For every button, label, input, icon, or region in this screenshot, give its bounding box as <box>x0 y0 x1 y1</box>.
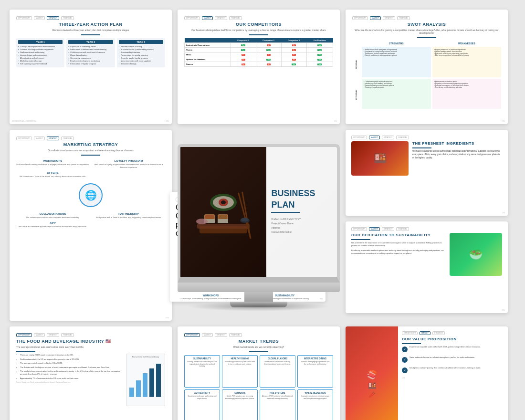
monitor-screen: BUSINESS PLAN Drafted on DD / MM / YYYY … <box>178 144 340 283</box>
bar-chart-svg <box>128 359 164 397</box>
app-title: APP <box>16 221 89 224</box>
trend-healthy-title: HEALTHY DINING <box>224 357 255 360</box>
trend-sustainability: SUSTAINABILITY Growing demand for sustai… <box>184 355 220 388</box>
freshest-title: THE FRESHEST INGREDIENTS <box>412 141 502 146</box>
page-number: 3/14 <box>166 120 169 122</box>
value-prop-text-area: OPPORTUNITY MARKET STRATEGY OUR VALUE PR… <box>398 326 508 420</box>
competitors-subtitle: Our business distinguishes itself from c… <box>184 29 333 32</box>
comp-opp-tag: OPPORTUNITY <box>184 16 200 20</box>
swot-market-tag: MARKET <box>370 16 381 20</box>
swot-headers: STRENGTHS WEAKNESSES <box>362 41 501 46</box>
monitor-shadow <box>187 302 330 311</box>
loyalty-item: LOYALTY PROGRAM We'll launch a loyalty p… <box>92 159 165 168</box>
workshops-desc: Skill-based sushi-making workshops to en… <box>16 163 89 166</box>
app-item: APP We'll have an interactive app that h… <box>16 221 89 228</box>
svg-rect-7 <box>218 219 228 223</box>
market-trends-slide: OPPORTUNITY MARKET STRATEGY FINANCIAL MA… <box>178 326 340 420</box>
badge-no: No <box>292 54 296 56</box>
year-2-item-4: Menu diversification <box>68 54 113 56</box>
trend-pay-title: PAYMENTS <box>224 392 255 394</box>
year-1-item-3: Staff recruitment and training <box>18 51 63 53</box>
trend-global: GLOBAL FLAVORS Global flavors drive menu… <box>260 355 295 388</box>
mkt-blue-divider <box>81 155 100 156</box>
trend-int-title: INTERACTIVE DINING <box>300 357 331 360</box>
vp-tags: OPPORTUNITY MARKET STRATEGY <box>402 331 504 335</box>
year-1-item-6: Marketing material design <box>18 60 63 62</box>
sus-market-tag: MARKET <box>369 227 380 231</box>
collab-title: COLLABORATIONS <box>16 212 89 215</box>
swot-title: SWOT ANALYSIS <box>352 22 501 27</box>
workshops-item: WORKSHOPS Skill-based sushi-making works… <box>16 159 89 168</box>
financial-tag: FINANCIAL <box>61 16 74 20</box>
year-3-item-3: Sustainability initiatives <box>119 51 163 53</box>
table-row: Variety Yes Yes No Yes <box>185 48 333 52</box>
bp-address: Address <box>271 226 332 229</box>
table-row: Last-minute Reservations Yes No No Yes <box>185 43 333 48</box>
badge-no: No <box>267 63 271 65</box>
vp-item-3: ✓ Indulge in a culinary journey that com… <box>402 367 504 373</box>
weaknesses-cell: • Higher prices due to premium ingredien… <box>432 47 502 77</box>
globe-icon: 🌐 <box>79 183 103 207</box>
page-number: 3/14 <box>502 309 505 311</box>
fb-bullets: There are nearly 20,005 sushi restaurant… <box>16 354 122 379</box>
trends-cells-grid: SUSTAINABILITY Growing demand for sustai… <box>184 355 333 420</box>
fb-tags: OPPORTUNITY MARKET STRATEGY FINANCIAL <box>16 333 165 337</box>
swot-blue-divider <box>417 37 436 38</box>
fresh-text: THE FRESHEST INGREDIENTS We have establi… <box>412 141 502 176</box>
partnership-item: PARTNERSHIP We'll partner with a 'Taste … <box>92 212 165 219</box>
th-us: Our Business <box>306 38 333 43</box>
swot-opp-tag: OPPORTUNITY <box>352 16 368 20</box>
fresh-market-tag: MARKET <box>369 136 380 139</box>
partnership-title: PARTNERSHIP <box>92 212 165 215</box>
fb-strat-tag: STRATEGY <box>47 333 60 337</box>
fb-bullet-3: The average cost of a sushi roll in the … <box>16 362 122 365</box>
badge-yes: Yes <box>317 54 322 56</box>
th-feature <box>185 38 231 43</box>
badge-yes: Yes <box>241 49 245 51</box>
years-grid: YEAR 1 Concept development and menu crea… <box>16 38 165 67</box>
year-1-item-2: Location scouting and lease negotiation <box>18 48 63 51</box>
sus-fin-tag: FINANCIAL <box>396 227 409 231</box>
vp-item-2: ✓ Savor authentic flavors in a vibrant a… <box>402 356 504 363</box>
swot-tags: OPPORTUNITY MARKET STRATEGY FINANCIAL <box>352 16 501 20</box>
trends-divider <box>249 351 268 352</box>
vp-market-tag: MARKET <box>420 331 430 335</box>
sus-strat-tag: STRATEGY <box>382 227 395 231</box>
svg-point-14 <box>196 219 208 224</box>
blue-divider <box>81 34 100 35</box>
trends-strat-tag: STRATEGY <box>215 333 228 337</box>
loyalty-title: LOYALTY PROGRAM <box>92 159 165 162</box>
vp-divider <box>402 343 421 344</box>
bp-screen-content: BUSINESS PLAN Drafted on DD / MM / YYYY … <box>180 147 337 277</box>
comp-market-tag: MARKET <box>202 16 213 20</box>
sustain-body1: We understand the importance of responsi… <box>351 242 446 247</box>
strengths-header: STRENGTHS <box>362 41 431 46</box>
circle-diagram: 🌐 <box>16 181 165 210</box>
mkt-opp-tag: OPPORTUNITY <box>16 136 32 140</box>
fresh-tags: OPPORTUNITY MARKET STRATEGY FINANCIAL <box>351 136 502 139</box>
chart-label: Revenue for the Sushi Restaurant Industr… <box>128 356 163 358</box>
main-grid: OPPORTUNITY MARKET STRATEGY FINANCIAL TH… <box>0 0 525 420</box>
feature-reservations: Last-minute Reservations <box>185 43 231 48</box>
swot-corner <box>352 41 360 49</box>
svg-point-11 <box>221 200 226 204</box>
year-3-item-6: Menu innovation with local suppliers <box>119 60 163 62</box>
year-2-label: YEAR 2 <box>68 40 113 44</box>
year-1-label: YEAR 1 <box>18 40 63 44</box>
sushi-roll-image: 🍱 <box>351 141 409 176</box>
fb-bullet-1: There are nearly 20,005 sushi restaurant… <box>16 354 122 357</box>
sustainability-slide: OPPORTUNITY MARKET STRATEGY FINANCIAL OU… <box>346 221 508 313</box>
trend-pos: POS SYSTEMS Advanced POS systems help of… <box>260 389 295 420</box>
year-1-item-4: Interior design and construction <box>18 54 63 56</box>
value-food-art: 🍣 🍱 🥢 <box>346 326 398 420</box>
freshest-slide: OPPORTUNITY MARKET STRATEGY FINANCIAL 🍱 … <box>346 130 508 216</box>
trend-pos-title: POS SYSTEMS <box>262 392 293 394</box>
trend-healthy: HEALTHY DINING Increasingly conscious pr… <box>222 355 258 388</box>
value-prop-image: 🍣 🍱 🥢 <box>346 326 398 420</box>
year-1-col: YEAR 1 Concept development and menu crea… <box>16 38 64 67</box>
year-3-col: YEAR 3 Second location scouting In-house… <box>117 38 165 67</box>
swot-cells: • Skilled sushi chefs with years of expe… <box>362 47 501 109</box>
fresh-fin-tag: FINANCIAL <box>396 136 409 139</box>
svg-rect-18 <box>136 380 141 397</box>
year-3-label: YEAR 3 <box>119 40 163 44</box>
